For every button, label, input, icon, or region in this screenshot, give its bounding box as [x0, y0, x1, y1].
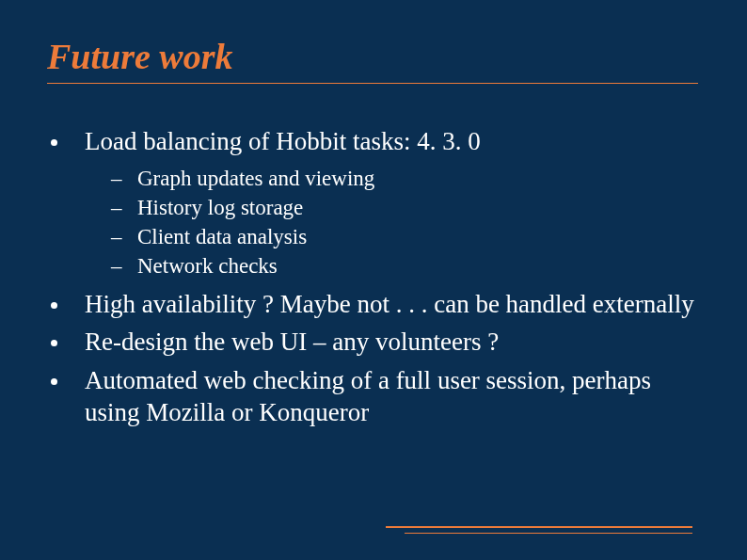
- bullet-list: Load balancing of Hobbit tasks: 4. 3. 0 …: [47, 125, 700, 429]
- footer-decoration: [386, 526, 692, 534]
- bullet-text: Automated web checking of a full user se…: [85, 366, 651, 427]
- bullet-text: High availability ? Maybe not . . . can …: [85, 290, 694, 318]
- list-item: History log storage: [111, 193, 700, 222]
- slide: Future work Load balancing of Hobbit tas…: [0, 0, 747, 560]
- title-underline: [47, 83, 698, 84]
- bullet-text: History log storage: [137, 196, 303, 219]
- slide-body: Load balancing of Hobbit tasks: 4. 3. 0 …: [47, 125, 700, 429]
- list-item: Load balancing of Hobbit tasks: 4. 3. 0 …: [51, 125, 700, 280]
- slide-title: Future work: [47, 36, 700, 77]
- sub-bullet-list: Graph updates and viewing History log st…: [85, 164, 700, 280]
- bullet-text: Network checks: [137, 254, 278, 278]
- list-item: Client data analysis: [111, 222, 700, 251]
- list-item: Automated web checking of a full user se…: [51, 364, 700, 429]
- list-item: High availability ? Maybe not . . . can …: [51, 288, 700, 321]
- list-item: Graph updates and viewing: [111, 164, 700, 193]
- bullet-text: Load balancing of Hobbit tasks: 4. 3. 0: [85, 127, 481, 155]
- list-item: Re-design the web UI – any volunteers ?: [51, 326, 700, 359]
- bullet-text: Client data analysis: [137, 225, 307, 248]
- footer-rule-bottom: [405, 533, 692, 534]
- list-item: Network checks: [111, 251, 700, 280]
- footer-rule-top: [386, 526, 692, 528]
- bullet-text: Re-design the web UI – any volunteers ?: [85, 328, 499, 356]
- bullet-text: Graph updates and viewing: [137, 167, 374, 190]
